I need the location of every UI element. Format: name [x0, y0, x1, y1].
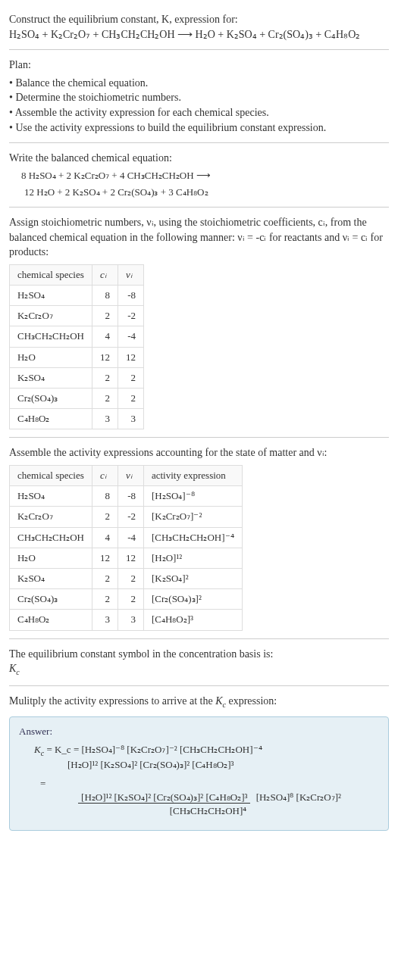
- table-row: K₂Cr₂O₇2-2[K₂Cr₂O₇]⁻²: [10, 507, 243, 527]
- balanced-label: Write the balanced chemical equation:: [9, 152, 172, 164]
- balanced-equation-line1: 8 H₂SO₄ + 2 K₂Cr₂O₇ + 4 CH₃CH₂CH₂OH ⟶: [21, 169, 389, 183]
- plan-block: Plan: Balance the chemical equation. Det…: [9, 58, 389, 135]
- list-item: Use the activity expressions to build th…: [9, 120, 389, 136]
- multiply-text: Mulitply the activity expressions to arr…: [9, 695, 277, 707]
- table-row: K₂SO₄22: [10, 367, 144, 388]
- table-row: C₄H₈O₂33: [10, 409, 144, 429]
- kc-expression: Kc = K_c = [H₂SO₄]⁻⁸ [K₂Cr₂O₇]⁻² [CH₃CH₂…: [34, 743, 379, 772]
- assemble-block: Assemble the activity expressions accoun…: [9, 445, 389, 630]
- table-row: CH₃CH₂CH₂OH4-4[CH₃CH₂CH₂OH]⁻⁴: [10, 527, 243, 548]
- table-row: Cr₂(SO₄)₃22[Cr₂(SO₄)₃]²: [10, 589, 243, 610]
- table-row: K₂Cr₂O₇2-2: [10, 306, 144, 326]
- col-activity: activity expression: [143, 466, 242, 486]
- col-ci: cᵢ: [92, 466, 118, 486]
- list-item: Determine the stoichiometric numbers.: [9, 90, 389, 105]
- divider: [9, 142, 389, 143]
- activity-table: chemical species cᵢ νᵢ activity expressi…: [9, 465, 243, 631]
- table-row: H₂SO₄8-8[H₂SO₄]⁻⁸: [10, 486, 243, 507]
- assemble-text: Assemble the activity expressions accoun…: [9, 447, 327, 458]
- kc-fraction: = [H₂O]¹² [K₂SO₄]² [Cr₂(SO₄)₃]² [C₄H₈O₂]…: [40, 777, 379, 819]
- table-row: Cr₂(SO₄)₃22: [10, 389, 144, 409]
- table-row: H₂O1212: [10, 347, 144, 367]
- assign-block: Assign stoichiometric numbers, νᵢ, using…: [9, 215, 389, 429]
- table-header-row: chemical species cᵢ νᵢ activity expressi…: [10, 466, 243, 486]
- col-species: chemical species: [10, 264, 92, 285]
- symbol-text: The equilibrium constant symbol in the c…: [9, 648, 273, 660]
- divider: [9, 207, 389, 208]
- table-row: H₂SO₄8-8: [10, 286, 144, 306]
- multiply-block: Mulitply the activity expressions to arr…: [9, 694, 389, 710]
- plan-list: Balance the chemical equation. Determine…: [9, 76, 389, 135]
- table-header-row: chemical species cᵢ νᵢ: [10, 264, 144, 285]
- list-item: Assemble the activity expression for eac…: [9, 105, 389, 120]
- stoich-table: chemical species cᵢ νᵢ H₂SO₄8-8 K₂Cr₂O₇2…: [9, 264, 144, 430]
- kc-symbol: Kc: [9, 663, 20, 674]
- answer-box: Answer: Kc = K_c = [H₂SO₄]⁻⁸ [K₂Cr₂O₇]⁻²…: [9, 716, 389, 832]
- table-row: H₂O1212[H₂O]¹²: [10, 548, 243, 568]
- answer-label: Answer:: [19, 725, 379, 738]
- divider: [9, 638, 389, 639]
- table-row: K₂SO₄22[K₂SO₄]²: [10, 568, 243, 588]
- divider: [9, 685, 389, 686]
- balanced-block: Write the balanced chemical equation: 8 …: [9, 151, 389, 199]
- title-block: Construct the equilibrium constant, K, e…: [9, 12, 389, 42]
- table-row: C₄H₈O₂33[C₄H₈O₂]³: [10, 610, 243, 630]
- table-row: CH₃CH₂CH₂OH4-4: [10, 326, 144, 347]
- balanced-equation-line2: 12 H₂O + 2 K₂SO₄ + 2 Cr₂(SO₄)₃ + 3 C₄H₈O…: [24, 186, 389, 199]
- list-item: Balance the chemical equation.: [9, 76, 389, 91]
- divider: [9, 437, 389, 438]
- col-species: chemical species: [10, 466, 92, 486]
- col-nui: νᵢ: [118, 264, 143, 285]
- symbol-block: The equilibrium constant symbol in the c…: [9, 647, 389, 678]
- divider: [9, 49, 389, 50]
- unbalanced-equation: H₂SO₄ + K₂Cr₂O₇ + CH₃CH₂CH₂OH ⟶ H₂O + K₂…: [9, 29, 360, 40]
- title-text: Construct the equilibrium constant, K, e…: [9, 14, 238, 25]
- col-ci: cᵢ: [92, 264, 118, 285]
- fraction-numerator: [H₂O]¹² [K₂SO₄]² [Cr₂(SO₄)₃]² [C₄H₈O₂]³: [78, 791, 250, 804]
- assign-text: Assign stoichiometric numbers, νᵢ, using…: [9, 217, 383, 257]
- col-nui: νᵢ: [118, 466, 143, 486]
- plan-label: Plan:: [9, 59, 31, 70]
